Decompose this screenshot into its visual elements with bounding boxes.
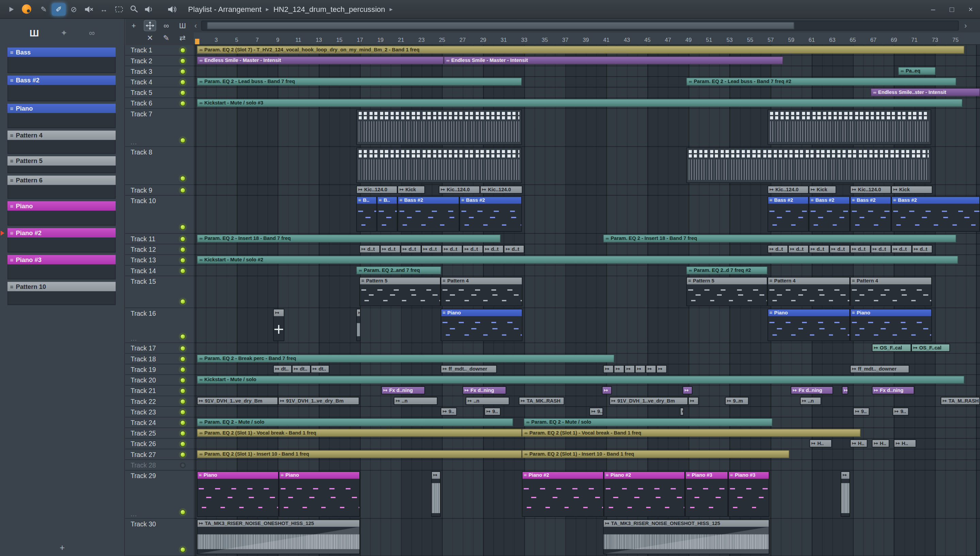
audio-clip[interactable]: ↦d..t bbox=[850, 245, 871, 253]
pattern-item[interactable]: ≡Pattern 10 bbox=[8, 282, 116, 305]
pattern-item-header[interactable]: ≡Piano bbox=[8, 104, 116, 113]
track-enable-led[interactable] bbox=[180, 420, 186, 425]
track-name[interactable]: Track 30 bbox=[131, 520, 156, 527]
automation-clip[interactable]: ∞Param. EQ 2 - Break perc - Band 7 freq bbox=[197, 354, 615, 362]
playback-preview-icon[interactable] bbox=[142, 3, 155, 15]
track-lane[interactable]: ∞Param. EQ 2..and 7 freq∞Param. EQ 2..d … bbox=[194, 266, 980, 276]
track-name[interactable]: Track 8 bbox=[131, 148, 152, 155]
track-name[interactable]: Track 23 bbox=[131, 408, 156, 415]
mute-tool-icon[interactable] bbox=[82, 3, 95, 15]
track-header[interactable]: Track 12 bbox=[125, 244, 194, 255]
automation-clip[interactable]: ∞Param. EQ 2 - Lead buss - Band 7 freq bbox=[197, 78, 522, 86]
track-lane[interactable]: ∞Param. EQ 2 - Lead buss - Band 7 freq∞P… bbox=[194, 77, 980, 87]
track-enable-led[interactable] bbox=[180, 367, 186, 372]
audio-clip[interactable]: ↦OS_F..cal bbox=[872, 344, 911, 352]
audio-clip[interactable]: ↦d..t bbox=[483, 245, 504, 253]
audio-clip[interactable]: ↦d..t bbox=[380, 245, 401, 253]
pattern-item[interactable]: ≡Piano bbox=[8, 104, 116, 128]
pattern-clip[interactable]: ≡Bass #2 bbox=[809, 196, 850, 232]
chain-link-icon[interactable]: ∞ bbox=[89, 28, 95, 37]
ruler-bar-number[interactable]: 21 bbox=[398, 37, 404, 43]
track-lane[interactable]: ↦91V_DVH_1..ve_dry_Bm↦91V_DVH_1..ve_dry_… bbox=[194, 396, 980, 407]
track-header[interactable]: Track 30 bbox=[125, 519, 194, 556]
add-track-button[interactable]: + bbox=[128, 20, 140, 31]
audio-clip[interactable]: ↦H.. bbox=[809, 439, 832, 448]
ruler-bar-number[interactable]: 29 bbox=[480, 37, 486, 43]
pattern-clip[interactable]: ≡Pattern 4 bbox=[768, 277, 850, 306]
track-lane[interactable]: ↦Kic..124.0↦Kick↦Kic..124.0↦Kic..124.0↦K… bbox=[194, 185, 980, 196]
track-header[interactable]: Track 1 bbox=[125, 45, 194, 55]
drum-pattern-clip[interactable] bbox=[356, 109, 522, 145]
audio-clip[interactable]: ↦Kic..124.0 bbox=[768, 186, 809, 194]
track-lane[interactable]: ∞Param. EQ 2 - Break perc - Band 7 freq bbox=[194, 354, 980, 364]
audio-clip[interactable]: ↦H.. bbox=[872, 439, 889, 448]
track-lane[interactable]: ∞Kickstart - Mute / solo #2 bbox=[194, 255, 980, 265]
audio-clip[interactable]: ↦9.. bbox=[589, 407, 603, 416]
pattern-item-header[interactable]: ≡Pattern 4 bbox=[8, 131, 116, 140]
track-header[interactable]: Track 22 bbox=[125, 396, 194, 407]
track-enable-led[interactable] bbox=[180, 176, 186, 181]
ruler-bar-number[interactable]: 73 bbox=[932, 37, 938, 43]
fl-studio-logo-icon[interactable] bbox=[22, 5, 31, 14]
track-enable-led[interactable] bbox=[180, 334, 186, 339]
track-header[interactable]: Track 28 bbox=[125, 460, 194, 470]
audio-clip[interactable]: ↦..n bbox=[394, 397, 438, 405]
audio-clip[interactable]: ↦Kick bbox=[891, 186, 932, 194]
track-name[interactable]: Track 17 bbox=[131, 344, 156, 352]
track-name[interactable]: Track 12 bbox=[131, 246, 156, 253]
track-header[interactable]: Track 8 bbox=[125, 147, 194, 185]
pattern-clip[interactable]: ≡Bass #2 bbox=[459, 196, 522, 232]
track-header[interactable]: Track 25 bbox=[125, 428, 194, 439]
track-name[interactable]: Track 6 bbox=[131, 99, 152, 107]
ruler-bar-number[interactable]: 33 bbox=[521, 37, 527, 43]
pattern-item-header[interactable]: ≡Pattern 6 bbox=[8, 176, 116, 185]
audio-clip[interactable]: ↦d..t bbox=[421, 245, 442, 253]
track-name[interactable]: Track 26 bbox=[131, 440, 156, 448]
track-enable-led[interactable] bbox=[180, 462, 186, 468]
track-enable-led[interactable] bbox=[180, 187, 186, 193]
pattern-item-header[interactable]: ≡Pattern 10 bbox=[8, 282, 116, 291]
automation-clip[interactable]: ∞Endless Smile - Master - Intensit bbox=[444, 56, 783, 64]
scroll-right-button[interactable]: › bbox=[963, 21, 969, 30]
track-lane[interactable]: ∞Param. EQ 2 (Slot 1) - Insert 10 - Band… bbox=[194, 449, 980, 460]
automation-clip[interactable]: ∞Param. EQ 2 - Mute / solo bbox=[524, 418, 772, 427]
pattern-clip[interactable]: ≡Piano bbox=[850, 309, 932, 341]
track-name[interactable]: Track 10 bbox=[131, 197, 156, 205]
track-name[interactable]: Track 22 bbox=[131, 398, 156, 405]
track-lane[interactable]: ≡Piano≡Piano↦≡Piano #2≡Piano #2≡Piano #3… bbox=[194, 470, 980, 519]
automation-clip[interactable]: ∞Param. EQ 2 (Slot 7) - T_HV2_124_vocal_… bbox=[197, 45, 965, 54]
horizontal-scrollbar[interactable] bbox=[201, 21, 959, 31]
track-name[interactable]: Track 9 bbox=[131, 186, 152, 194]
automation-clip[interactable]: ∞Kickstart - Mute / solo #3 bbox=[197, 99, 963, 107]
ruler-bar-number[interactable]: 35 bbox=[542, 37, 548, 43]
track-name[interactable]: Track 13 bbox=[131, 256, 156, 264]
audio-clip[interactable]: ↦ bbox=[683, 386, 693, 394]
ruler-bar-number[interactable]: 31 bbox=[500, 37, 507, 43]
track-lane[interactable]: ↦↦≡Piano≡Piano≡Piano bbox=[194, 308, 980, 343]
ruler-bar-number[interactable]: 47 bbox=[665, 37, 671, 43]
drum-pattern-clip[interactable] bbox=[356, 147, 522, 183]
automation-clip[interactable]: ∞Param. EQ 2 (Slot 1) - Insert 10 - Band… bbox=[522, 450, 789, 458]
maximize-button[interactable]: □ bbox=[943, 0, 961, 18]
track-enable-led[interactable] bbox=[180, 430, 186, 436]
audio-clip[interactable]: ↦d..t bbox=[768, 245, 788, 253]
audio-clip[interactable]: ↦91V_DVH_1..ve_dry_Bm bbox=[278, 397, 359, 405]
add-pattern-button[interactable]: + bbox=[0, 542, 124, 552]
automation-clip[interactable]: ∞Endless Smile - Master - Intensit bbox=[197, 56, 444, 64]
playlist-grid[interactable]: ∞Param. EQ 2 (Slot 7) - T_HV2_124_vocal_… bbox=[194, 45, 980, 556]
automation-clip[interactable]: ∞Param. EQ 2 (Slot 1) - Insert 10 - Band… bbox=[197, 450, 522, 458]
delete-clip-button[interactable]: ✕ bbox=[144, 33, 156, 44]
track-header[interactable]: Track 18 bbox=[125, 354, 194, 364]
pattern-item-header[interactable]: ≡Bass bbox=[8, 48, 116, 57]
ruler-bar-number[interactable]: 19 bbox=[377, 37, 384, 43]
track-lane[interactable] bbox=[194, 147, 980, 185]
pattern-clip[interactable]: ≡Pattern 4 bbox=[441, 277, 523, 306]
ruler-bar-number[interactable]: 49 bbox=[685, 37, 691, 43]
slide-tool-icon[interactable]: ↔ bbox=[97, 3, 111, 15]
ruler-bar-number[interactable]: 3 bbox=[215, 37, 218, 43]
audio-clip[interactable]: ↦Kic..124.0 bbox=[356, 186, 397, 194]
audio-clip[interactable]: ↦ bbox=[841, 471, 850, 517]
pattern-clip[interactable]: ≡Bass #2 bbox=[768, 196, 809, 232]
track-name[interactable]: Track 2 bbox=[131, 57, 152, 64]
sparkle-icon[interactable]: ✦ bbox=[61, 28, 67, 37]
